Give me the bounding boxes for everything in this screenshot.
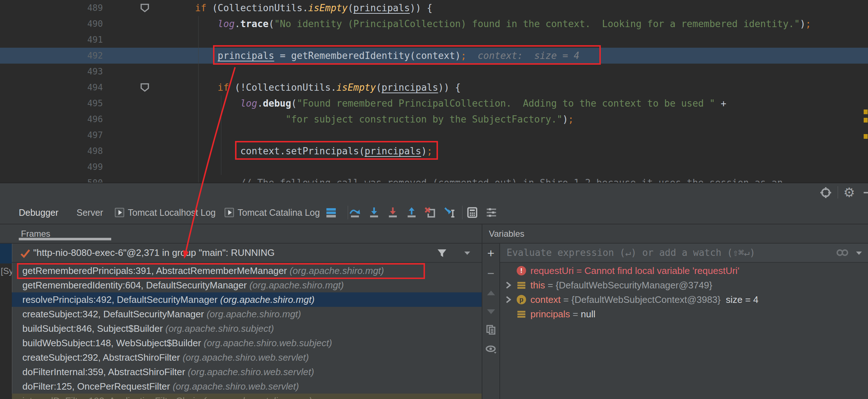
thread-status-label: "http-nio-8080-exec-6"@2,371 in group "m… xyxy=(33,244,275,262)
variable-row[interactable]: !requestUri = Cannot find local variable… xyxy=(500,263,868,278)
fold-marker-icon[interactable] xyxy=(140,3,149,14)
step-out-icon[interactable] xyxy=(405,206,418,219)
line-number: 498 xyxy=(65,143,103,159)
evaluate-expression-bar[interactable]: Evaluate expression (↵) or add a watch (… xyxy=(500,244,868,263)
warning-stripe-mark[interactable] xyxy=(864,134,868,139)
move-watch-up-icon[interactable] xyxy=(482,286,499,300)
tab-label: Debugger xyxy=(19,201,58,224)
tab-tomcat-localhost-log[interactable]: Tomcat Localhost Log xyxy=(115,201,216,224)
frame-row[interactable]: buildWebSubject:148, WebSubject$Builder … xyxy=(12,336,482,350)
line-number: 491 xyxy=(65,32,103,48)
variable-value: {DefaultWebSubjectContext@3983} xyxy=(571,292,720,307)
code-line[interactable]: if (!CollectionUtils.isEmpty(principals)… xyxy=(150,80,461,95)
frame-row[interactable]: buildSubject:846, Subject$Builder (org.a… xyxy=(12,321,482,336)
filter-frames-icon[interactable] xyxy=(436,247,448,260)
tab-label: Server xyxy=(77,201,103,224)
remove-watch-icon[interactable]: − xyxy=(482,266,499,280)
variable-name: principals xyxy=(530,307,570,321)
toolbar-separator xyxy=(462,206,463,219)
step-into-icon[interactable] xyxy=(368,206,380,219)
background-console-text: [Sy xyxy=(1,266,12,276)
code-line[interactable]: log.debug("Found remembered PrincipalCol… xyxy=(150,95,726,111)
frame-row[interactable]: doFilter:125, OncePerRequestFilter (org.… xyxy=(12,379,482,394)
error-icon: ! xyxy=(515,266,528,275)
line-number: 496 xyxy=(65,111,103,127)
variables-list: !requestUri = Cannot find local variable… xyxy=(500,263,868,399)
thread-running-check-icon xyxy=(20,248,31,259)
frame-row[interactable]: doFilterInternal:359, AbstractShiroFilte… xyxy=(12,365,482,379)
code-line[interactable]: log.trace("No identity (PrincipalCollect… xyxy=(150,16,811,32)
thread-status-row[interactable]: "http-nio-8080-exec-6"@2,371 in group "m… xyxy=(12,244,482,263)
variables-pane-header: Variables xyxy=(489,224,524,243)
duplicate-watch-icon[interactable] xyxy=(482,322,499,337)
ide-debugger-screen: { "colors": { "editor_bg": "#2b2b2b", "p… xyxy=(0,0,868,399)
tab-label: Tomcat Catalina Log xyxy=(238,201,320,224)
tool-window-header-bar: ⚙ xyxy=(0,183,868,201)
line-number: 489 xyxy=(65,0,103,16)
evaluate-expression-placeholder: Evaluate expression (↵) or add a watch (… xyxy=(507,244,755,262)
variable-error-text: requestUri = Cannot find local variable … xyxy=(530,263,739,278)
layout-settings-icon[interactable] xyxy=(485,206,498,219)
equals: = xyxy=(561,292,572,307)
tab-tomcat-catalina-log[interactable]: Tomcat Catalina Log xyxy=(225,201,320,224)
frame-row[interactable]: createSubject:292, AbstractShiroFilter (… xyxy=(12,350,482,365)
watch-toolbar: + − xyxy=(482,244,499,399)
variable-value: {DefaultWebSecurityManager@3749} xyxy=(556,278,712,292)
frame-row[interactable]: getRememberedIdentity:604, DefaultSecuri… xyxy=(12,278,482,292)
variable-row[interactable]: principals = null xyxy=(500,307,868,321)
tab-server[interactable]: Server xyxy=(77,201,103,224)
move-watch-down-icon[interactable] xyxy=(482,304,499,319)
gear-icon[interactable]: ⚙ xyxy=(843,186,856,199)
drop-frame-icon[interactable] xyxy=(424,206,436,219)
target-icon[interactable] xyxy=(819,186,832,199)
debugger-tool-window: ⚙ DebuggerServerTomcat Localhost LogTomc… xyxy=(0,183,868,399)
expand-chevron-icon[interactable] xyxy=(503,281,514,289)
chevron-down-icon[interactable] xyxy=(856,252,862,255)
console-icon xyxy=(115,208,124,217)
annotation-box-code-line-498 xyxy=(235,141,438,160)
force-step-into-icon[interactable] xyxy=(387,206,399,219)
line-number: 499 xyxy=(65,159,103,175)
frame-row[interactable]: internalDoFilter:193, ApplicationFilterC… xyxy=(12,394,482,399)
line-number: 497 xyxy=(65,127,103,143)
expression-history-icon[interactable] xyxy=(836,248,849,259)
warning-stripe-mark[interactable] xyxy=(864,118,868,123)
show-watches-eye-icon[interactable] xyxy=(482,342,499,356)
code-line[interactable]: "for subject construction by the Subject… xyxy=(150,111,574,127)
fold-marker-icon[interactable] xyxy=(140,83,149,94)
frames-view-icon[interactable] xyxy=(325,206,337,219)
line-number: 494 xyxy=(65,80,103,95)
variable-extra: size = 4 xyxy=(721,292,759,307)
parameter-icon: p xyxy=(515,295,528,304)
hide-icon[interactable] xyxy=(861,186,868,199)
code-line[interactable]: if (CollectionUtils.isEmpty(principals))… xyxy=(150,0,433,16)
toolbar-separator xyxy=(348,206,348,219)
divider xyxy=(838,186,838,198)
variable-name: this xyxy=(530,278,545,292)
warning-stripe-mark[interactable] xyxy=(864,110,868,114)
tab-label: Tomcat Localhost Log xyxy=(128,201,216,224)
code-line[interactable]: // The following call was removed (comme… xyxy=(150,175,783,183)
chevron-down-icon[interactable] xyxy=(464,252,470,255)
line-number: 492 xyxy=(65,48,103,64)
annotation-box-code-line-492 xyxy=(213,45,601,65)
frame-row[interactable]: createSubject:342, DefaultSecurityManage… xyxy=(12,307,482,321)
step-over-icon[interactable] xyxy=(349,206,361,219)
expand-chevron-icon[interactable] xyxy=(503,295,514,304)
run-to-cursor-icon[interactable] xyxy=(443,206,456,219)
tool-window-tabs: DebuggerServerTomcat Localhost LogTomcat… xyxy=(0,201,868,224)
frames-pane-header: Frames xyxy=(21,224,50,243)
evaluate-expression-icon[interactable] xyxy=(466,206,478,219)
line-number: 500 xyxy=(65,175,103,183)
add-watch-icon[interactable]: + xyxy=(482,246,499,260)
frames-list: getRememberedPrincipals:391, AbstractRem… xyxy=(12,263,482,399)
background-panel-sliver: [Sy xyxy=(0,244,12,399)
background-selection-sliver xyxy=(0,244,12,263)
variable-name: context xyxy=(530,292,561,307)
annotation-box-frame-row xyxy=(17,263,425,279)
frame-row[interactable]: resolvePrincipals:492, DefaultSecurityMa… xyxy=(12,292,482,307)
variable-row[interactable]: this = {DefaultWebSecurityManager@3749} xyxy=(500,278,868,292)
tab-debugger[interactable]: Debugger xyxy=(19,201,58,224)
variable-row[interactable]: pcontext = {DefaultWebSubjectContext@398… xyxy=(500,292,868,307)
field-icon xyxy=(515,281,528,289)
